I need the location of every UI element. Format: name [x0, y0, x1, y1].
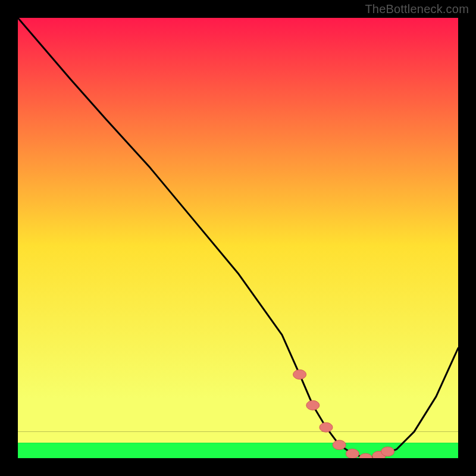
- marker-dot: [381, 447, 394, 456]
- chart-frame: TheBottleneck.com: [0, 0, 476, 476]
- band-yellowgreen: [18, 432, 458, 443]
- marker-dot: [346, 449, 359, 458]
- watermark-text: TheBottleneck.com: [365, 2, 469, 16]
- gradient-background: [18, 18, 458, 432]
- marker-dot: [320, 422, 333, 432]
- marker-dot: [333, 440, 346, 450]
- chart-svg: [18, 18, 458, 458]
- marker-dot: [306, 400, 320, 410]
- plot-area: [18, 18, 458, 458]
- marker-dot: [293, 369, 306, 379]
